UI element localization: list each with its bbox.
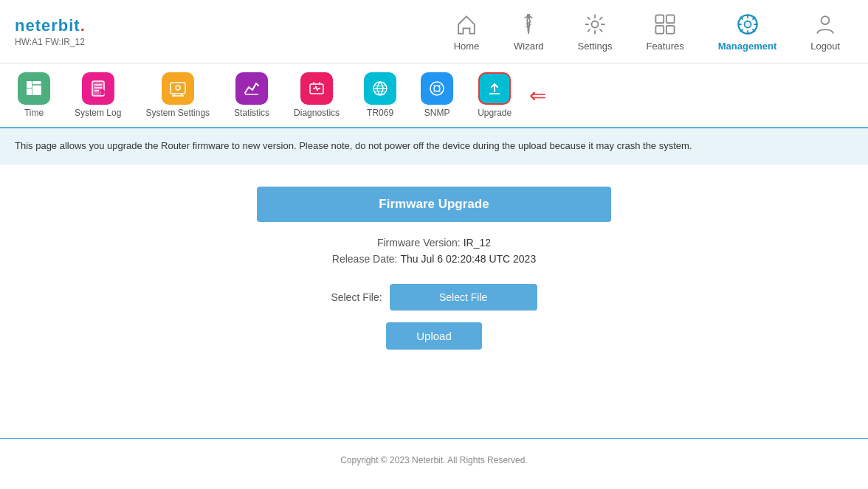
nav-management[interactable]: Management [705,7,790,55]
tr069-icon-bg [364,72,396,105]
subnav-statistics-label: Statistics [234,108,269,118]
main-content: Firmware Upgrade Firmware Version: IR_12… [0,164,868,372]
tr069-icon [371,80,389,97]
nav-settings[interactable]: Settings [564,7,625,55]
select-file-button[interactable]: Select File [390,284,537,311]
subnav-time[interactable]: Time [7,69,61,121]
svg-line-33 [317,89,318,91]
management-icon [734,11,761,38]
nav-home[interactable]: Home [440,7,493,55]
snmp-icon-bg [421,72,453,105]
subnav-system-log-label: System Log [75,108,121,118]
logo-area: neterbit. HW:A1 FW:IR_12 [15,16,86,47]
statistics-icon [243,80,261,97]
active-arrow-indicator: ⇐ [529,83,546,108]
subnav-tr069-label: TR069 [367,108,393,118]
nav-home-label: Home [454,41,480,52]
svg-line-40 [439,86,441,87]
subnav-system-settings[interactable]: System Settings [135,69,220,121]
upgrade-icon [486,80,503,97]
svg-rect-13 [32,86,41,95]
system-settings-icon [169,80,187,97]
subnav-tr069[interactable]: TR069 [354,69,407,121]
hw-version: HW:A1 FW:IR_12 [15,37,86,47]
diagnostics-icon [308,80,326,97]
subnav-system-settings-label: System Settings [145,108,210,118]
subnav-snmp[interactable]: SNMP [410,69,464,121]
footer: Copyright © 2023 Neterbit. All Rights Re… [0,446,868,474]
nav-logout[interactable]: Logout [797,7,853,55]
svg-rect-10 [27,81,32,88]
time-icon [25,80,43,97]
wizard-icon [515,11,542,38]
header: neterbit. HW:A1 FW:IR_12 Home Wizard [0,0,868,63]
footer-divider [0,438,868,439]
settings-icon [582,11,608,38]
subnav-upgrade-label: Upgrade [478,108,512,118]
svg-rect-12 [27,89,32,95]
nav-settings-label: Settings [577,41,612,52]
firmware-version-row: Firmware Version: IR_12 [332,237,536,249]
firmware-version-label: Firmware Version: [377,237,461,249]
subnav-diagnostics[interactable]: Diagnostics [283,69,350,121]
nav-wizard-label: Wizard [514,41,543,52]
svg-line-39 [434,86,435,87]
svg-rect-3 [666,15,675,23]
footer-copyright: Copyright © 2023 Neterbit. All Rights Re… [340,455,528,465]
svg-point-37 [430,82,444,95]
svg-point-8 [822,16,830,24]
system-log-icon: ! [89,80,107,97]
svg-text:!: ! [100,91,101,95]
subnav-time-label: Time [24,108,44,118]
snmp-icon [428,80,446,97]
diagnostics-icon-bg [300,72,333,105]
svg-rect-2 [656,15,664,23]
svg-point-25 [176,86,180,90]
select-file-row: Select File: Select File [331,284,537,311]
release-date-value: Thu Jul 6 02:20:48 UTC 2023 [401,253,537,265]
svg-rect-4 [656,26,664,34]
features-icon [652,11,678,38]
nav-features-label: Features [646,41,683,52]
release-date-label: Release Date: [332,253,398,265]
svg-rect-11 [32,81,41,84]
firmware-upgrade-section-title: Firmware Upgrade [257,187,611,222]
sub-nav: Time ! System Log System Settings Statis… [0,63,868,128]
svg-rect-5 [666,26,675,34]
svg-line-41 [434,91,435,92]
svg-rect-21 [170,83,185,94]
info-bar: This page allows you upgrade the Router … [0,128,868,164]
svg-line-42 [439,91,441,92]
statistics-icon-bg [235,72,268,105]
svg-point-1 [591,21,598,28]
release-date-row: Release Date: Thu Jul 6 02:20:48 UTC 202… [332,253,536,265]
subnav-upgrade[interactable]: Upgrade [467,69,522,121]
svg-point-7 [744,21,751,28]
firmware-info-table: Firmware Version: IR_12 Release Date: Th… [332,237,536,269]
system-settings-icon-bg [162,72,194,105]
nav-features[interactable]: Features [633,7,697,55]
upload-button[interactable]: Upload [386,322,482,350]
subnav-diagnostics-label: Diagnostics [294,108,340,118]
firmware-version-value: IR_12 [464,237,491,249]
logout-icon [812,11,838,38]
nav-wizard[interactable]: Wizard [500,7,557,55]
system-log-icon-bg: ! [82,72,114,105]
home-icon [453,11,480,38]
select-file-label: Select File: [331,291,382,303]
info-bar-text: This page allows you upgrade the Router … [15,140,692,151]
nav-logout-label: Logout [810,41,840,52]
subnav-system-log[interactable]: ! System Log [64,69,131,121]
upgrade-icon-bg [478,72,511,105]
subnav-snmp-label: SNMP [424,108,450,118]
main-nav: Home Wizard Settings [440,7,853,55]
nav-management-label: Management [718,41,776,52]
subnav-statistics[interactable]: Statistics [224,69,280,121]
time-icon-bg [18,72,50,105]
logo: neterbit. [15,16,86,35]
logo-dot: . [80,16,86,35]
